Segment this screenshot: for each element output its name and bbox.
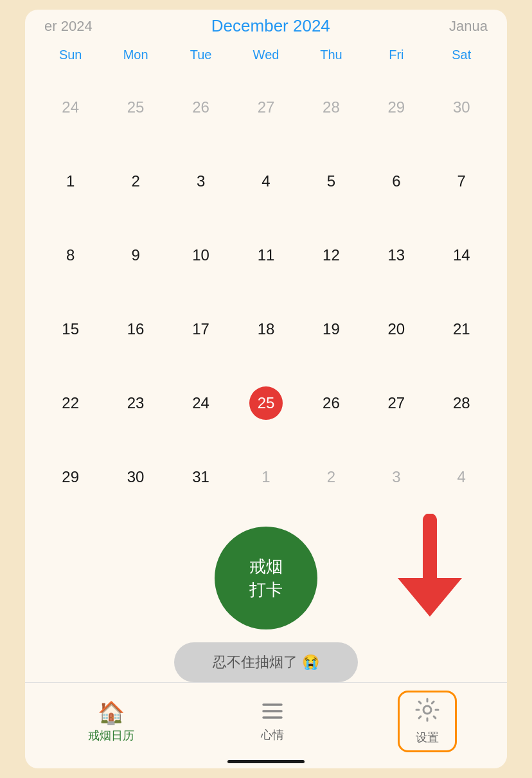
cal-cell[interactable]: 14 (429, 218, 494, 292)
cal-cell[interactable]: 26 (168, 70, 233, 144)
cal-cell[interactable]: 4 (233, 144, 298, 218)
cal-cell[interactable]: 31 (168, 440, 233, 514)
cal-cell[interactable]: 23 (103, 366, 168, 440)
day-number: 1 (54, 165, 87, 198)
cal-cell[interactable]: 8 (38, 218, 103, 292)
day-number: 25 (249, 386, 283, 420)
day-number: 28 (314, 91, 348, 124)
day-number: 6 (380, 165, 413, 198)
cal-cell[interactable]: 22 (38, 366, 103, 440)
day-number: 18 (249, 312, 283, 346)
checkin-button[interactable]: 戒烟 打卡 (215, 527, 317, 629)
arrow-svg (378, 514, 462, 623)
day-number: 24 (184, 386, 218, 420)
settings-icon (415, 698, 439, 727)
cal-cell[interactable]: 11 (233, 218, 298, 292)
day-number: 30 (119, 460, 152, 494)
cal-cell[interactable]: 2 (299, 440, 364, 514)
cal-cell[interactable]: 10 (168, 218, 233, 292)
cal-cell[interactable]: 24 (38, 70, 103, 144)
cal-cell[interactable]: 18 (233, 292, 298, 366)
day-number: 7 (445, 165, 478, 198)
tab-bar: 🏠 戒烟日历 心情 设置 (25, 682, 507, 757)
day-number: 26 (184, 91, 218, 124)
prev-month-label: er 2024 (44, 18, 93, 35)
day-number: 3 (184, 165, 218, 198)
day-number: 4 (445, 460, 478, 494)
cal-cell[interactable]: 16 (103, 292, 168, 366)
cal-cell[interactable]: 3 (168, 144, 233, 218)
calendar-grid: 2425262728293012345678910111213141516171… (25, 70, 507, 514)
svg-point-5 (423, 706, 431, 714)
mood-icon (261, 701, 284, 725)
tab-mood-label: 心情 (261, 727, 284, 743)
cal-cell[interactable]: 27 (364, 366, 429, 440)
day-number: 17 (184, 312, 218, 346)
cal-cell[interactable]: 29 (38, 440, 103, 514)
tab-home-label: 戒烟日历 (88, 728, 134, 743)
slip-label: 忍不住抽烟了 😭 (213, 654, 319, 670)
day-number: 27 (249, 91, 283, 124)
cal-cell[interactable]: 13 (364, 218, 429, 292)
cal-cell[interactable]: 25 (233, 366, 298, 440)
cal-cell[interactable]: 5 (299, 144, 364, 218)
day-number: 24 (54, 91, 87, 124)
day-number: 23 (119, 386, 152, 420)
cal-cell[interactable]: 2 (103, 144, 168, 218)
cal-cell[interactable]: 24 (168, 366, 233, 440)
cal-cell[interactable]: 21 (429, 292, 494, 366)
cal-cell[interactable]: 29 (364, 70, 429, 144)
svg-marker-1 (398, 578, 462, 617)
cal-cell[interactable]: 3 (364, 440, 429, 514)
cal-cell[interactable]: 1 (38, 144, 103, 218)
day-number: 13 (380, 239, 413, 272)
cal-cell[interactable]: 15 (38, 292, 103, 366)
cal-cell[interactable]: 12 (299, 218, 364, 292)
checkin-line2: 打卡 (249, 578, 283, 601)
dow-thu: Thu (299, 42, 364, 68)
day-number: 22 (54, 386, 87, 420)
day-number: 15 (54, 312, 87, 346)
dow-sat: Sat (429, 42, 494, 68)
dow-tue: Tue (168, 42, 233, 68)
day-number: 14 (445, 239, 478, 272)
cal-cell[interactable]: 9 (103, 218, 168, 292)
phone-container: er 2024 December 2024 Janua Sun Mon Tue … (25, 10, 507, 768)
current-month-label: December 2024 (211, 16, 330, 36)
day-number: 30 (445, 91, 478, 124)
day-number: 19 (314, 312, 348, 346)
cal-cell[interactable]: 30 (429, 70, 494, 144)
cal-cell[interactable]: 25 (103, 70, 168, 144)
slip-button[interactable]: 忍不住抽烟了 😭 (174, 642, 357, 682)
day-number: 10 (184, 239, 218, 272)
cal-cell[interactable]: 1 (233, 440, 298, 514)
tab-home[interactable]: 🏠 戒烟日历 (75, 696, 147, 747)
home-indicator (227, 760, 305, 763)
cal-cell[interactable]: 20 (364, 292, 429, 366)
tab-settings[interactable]: 设置 (398, 691, 457, 752)
dow-sun: Sun (38, 42, 103, 68)
cal-cell[interactable]: 28 (299, 70, 364, 144)
calendar-header: er 2024 December 2024 Janua (25, 10, 507, 40)
cal-cell[interactable]: 28 (429, 366, 494, 440)
tab-mood[interactable]: 心情 (248, 697, 297, 746)
cal-cell[interactable]: 19 (299, 292, 364, 366)
cal-cell[interactable]: 27 (233, 70, 298, 144)
day-number: 26 (314, 386, 348, 420)
day-number: 8 (54, 239, 87, 272)
home-icon: 🏠 (98, 700, 125, 725)
day-number: 29 (380, 91, 413, 124)
day-number: 21 (445, 312, 478, 346)
cal-cell[interactable]: 6 (364, 144, 429, 218)
days-of-week-row: Sun Mon Tue Wed Thu Fri Sat (25, 40, 507, 70)
dow-mon: Mon (103, 42, 168, 68)
tab-settings-label: 设置 (416, 730, 439, 745)
cal-cell[interactable]: 26 (299, 366, 364, 440)
checkin-area: 戒烟 打卡 (44, 527, 488, 629)
cal-cell[interactable]: 17 (168, 292, 233, 366)
day-number: 31 (184, 460, 218, 494)
cal-cell[interactable]: 30 (103, 440, 168, 514)
day-number: 27 (380, 386, 413, 420)
cal-cell[interactable]: 4 (429, 440, 494, 514)
cal-cell[interactable]: 7 (429, 144, 494, 218)
